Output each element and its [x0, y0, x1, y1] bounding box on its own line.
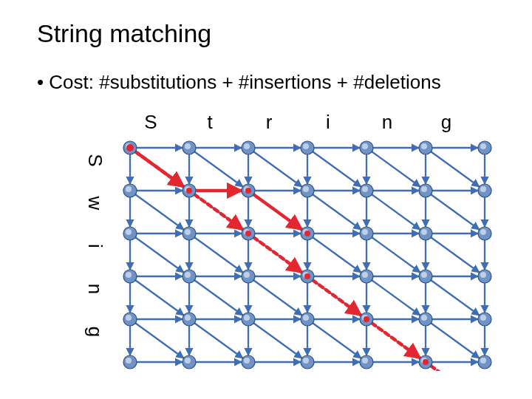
y-label: i [83, 244, 106, 248]
svg-line-93 [431, 323, 479, 358]
svg-point-198 [364, 316, 369, 322]
svg-line-40 [135, 237, 183, 272]
svg-point-199 [423, 359, 429, 365]
svg-point-161 [362, 272, 368, 278]
svg-point-201 [245, 188, 251, 194]
svg-point-157 [244, 272, 250, 278]
edit-distance-grid [121, 139, 494, 374]
grid-svg [121, 139, 494, 371]
svg-line-8 [253, 151, 301, 186]
svg-line-104 [313, 280, 361, 315]
bullet-cost: Cost: #substitutions + #insertions + #de… [37, 71, 441, 94]
svg-line-43 [194, 237, 242, 272]
svg-point-195 [186, 188, 192, 194]
svg-point-179 [480, 315, 486, 321]
svg-line-59 [135, 280, 183, 315]
x-label: S [144, 111, 157, 134]
svg-point-165 [480, 272, 486, 278]
svg-point-137 [480, 186, 486, 192]
svg-point-171 [244, 315, 250, 321]
y-label: S [83, 154, 106, 166]
svg-line-49 [313, 237, 361, 272]
svg-line-36 [431, 194, 479, 229]
svg-point-203 [126, 144, 134, 151]
svg-point-167 [126, 315, 132, 321]
svg-point-123 [480, 143, 486, 149]
y-label: w [83, 197, 106, 211]
x-label: n [382, 111, 392, 134]
svg-point-149 [421, 229, 427, 235]
svg-point-169 [185, 315, 191, 321]
svg-line-109 [253, 194, 301, 229]
svg-line-55 [431, 237, 479, 272]
svg-line-52 [372, 237, 420, 272]
page-title: String matching [37, 19, 211, 48]
svg-line-62 [194, 280, 242, 315]
svg-point-139 [126, 229, 132, 235]
svg-line-102 [194, 194, 242, 229]
svg-point-183 [185, 358, 191, 364]
svg-line-106 [431, 366, 479, 371]
svg-point-163 [421, 272, 427, 278]
svg-point-189 [362, 358, 368, 364]
svg-line-81 [194, 323, 242, 358]
svg-line-11 [313, 151, 361, 186]
svg-point-115 [244, 143, 250, 149]
svg-line-33 [372, 194, 420, 229]
svg-line-5 [194, 151, 242, 186]
svg-point-197 [304, 273, 310, 279]
svg-line-17 [431, 151, 479, 186]
svg-line-107 [135, 151, 183, 186]
svg-point-141 [185, 229, 191, 235]
x-label: t [207, 111, 212, 134]
x-label: i [326, 111, 330, 134]
svg-line-78 [135, 323, 183, 358]
x-label: g [441, 111, 451, 134]
slide: String matching Cost: #substitutions + #… [0, 0, 532, 399]
svg-point-151 [480, 229, 486, 235]
y-label: n [83, 284, 106, 294]
svg-point-193 [480, 358, 486, 364]
svg-point-135 [421, 186, 427, 192]
svg-line-65 [253, 280, 301, 315]
svg-point-202 [304, 231, 310, 236]
svg-line-21 [135, 194, 183, 229]
svg-point-187 [303, 358, 309, 364]
svg-point-119 [362, 143, 368, 149]
svg-line-105 [372, 323, 420, 358]
svg-point-113 [185, 143, 191, 149]
svg-point-173 [303, 315, 309, 321]
svg-line-84 [253, 323, 301, 358]
svg-line-71 [372, 280, 420, 315]
svg-line-103 [253, 237, 301, 272]
svg-point-121 [421, 143, 427, 149]
svg-line-14 [372, 151, 420, 186]
x-label: r [266, 111, 273, 134]
svg-line-30 [313, 194, 361, 229]
svg-point-147 [362, 229, 368, 235]
svg-point-133 [362, 186, 368, 192]
svg-line-87 [313, 323, 361, 358]
svg-point-155 [185, 272, 191, 278]
svg-point-125 [126, 186, 132, 192]
svg-point-196 [245, 231, 251, 236]
svg-point-131 [303, 186, 309, 192]
svg-point-185 [244, 358, 250, 364]
svg-point-153 [126, 272, 132, 278]
edges [130, 148, 485, 362]
svg-point-117 [303, 143, 309, 149]
y-label: g [83, 327, 106, 337]
svg-point-181 [126, 358, 132, 364]
svg-point-177 [421, 315, 427, 321]
svg-line-74 [431, 280, 479, 315]
